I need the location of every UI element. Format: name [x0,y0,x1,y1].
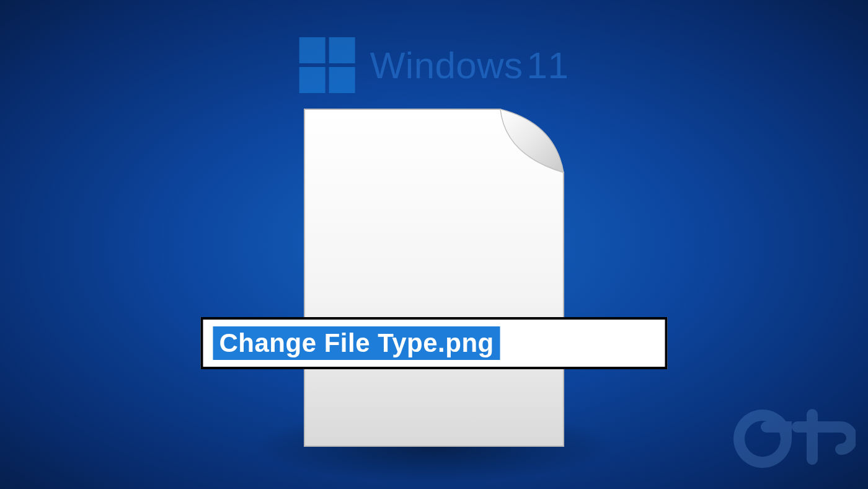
windows-brand-text: Windows [370,45,523,86]
windows-11-header: Windows11 [299,37,569,93]
windows-logo-icon [299,37,355,93]
file-rename-input[interactable]: Change File Type.png [201,317,668,369]
windows-version-text: 11 [527,45,569,86]
file-rename-selected-text: Change File Type.png [213,326,500,360]
windows-11-label: Windows11 [370,44,569,87]
gt-watermark-icon: Gt [732,406,856,483]
blank-file-icon [301,105,567,450]
file-icon-wrap [301,105,567,452]
